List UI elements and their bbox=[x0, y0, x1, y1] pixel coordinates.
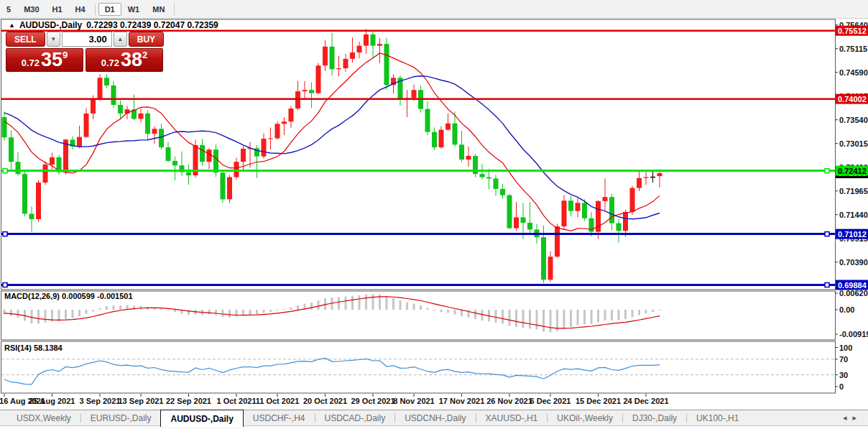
rsi-axis-label: 30 bbox=[839, 371, 848, 379]
tab-scroll-arrows: ◂▸ bbox=[843, 413, 862, 423]
price-badge-0.69884: 0.69884 bbox=[836, 280, 868, 290]
chart-title: ▲ AUDUSD-,Daily 0.72293 0.72439 0.72047 … bbox=[9, 20, 218, 30]
date-tick-label: 1 Oct 2021 bbox=[216, 397, 256, 405]
sell-button[interactable]: SELL bbox=[6, 32, 45, 47]
chart-tab-ukoilweekly[interactable]: UKOil-,Weekly bbox=[548, 412, 622, 425]
price-tick-label: 0.73015 bbox=[839, 139, 868, 148]
buy-price-pipette: 2 bbox=[142, 50, 147, 60]
buy-button[interactable]: BUY bbox=[129, 32, 164, 47]
timeframe-h1[interactable]: H1 bbox=[46, 3, 69, 16]
mt4-window: { "toolbar": { "timeframes": [ {"label":… bbox=[0, 0, 868, 429]
chart-tab-xauusdh1[interactable]: XAUUSD-,H1 bbox=[476, 412, 548, 425]
macd-axis-label: 0.00 bbox=[839, 305, 854, 314]
svg-text:0.74002: 0.74002 bbox=[838, 95, 867, 103]
date-tick-label: 8 Nov 2021 bbox=[393, 397, 434, 405]
svg-text:0.72412: 0.72412 bbox=[838, 167, 867, 175]
price-badge-0.71012: 0.71012 bbox=[836, 229, 868, 239]
price-tick-label: 0.71965 bbox=[839, 187, 868, 195]
price-tick-label: 0.71440 bbox=[839, 211, 868, 219]
price-tick-label: 0.75115 bbox=[839, 45, 867, 53]
chart-canvas[interactable]: 0.756400.751150.745900.740650.735400.730… bbox=[0, 18, 868, 410]
toolbar-separator bbox=[95, 4, 96, 15]
buy-price-panel[interactable]: 0.72 38 2 bbox=[86, 48, 163, 72]
date-tick-label: 26 Nov 2021 bbox=[486, 397, 532, 405]
svg-text:0.71012: 0.71012 bbox=[838, 230, 867, 239]
date-tick-label: 15 Dec 2021 bbox=[576, 397, 621, 405]
svg-text:0.69884: 0.69884 bbox=[838, 281, 867, 290]
price-tick-label: 0.70390 bbox=[839, 258, 868, 267]
timeframe-toolbar: 5M30H1H4D1W1MN bbox=[0, 0, 868, 19]
volume-input[interactable] bbox=[62, 32, 112, 47]
line-handle[interactable] bbox=[825, 232, 829, 236]
one-click-trading-panel: SELL ▼ ▲ BUY 0.72 35 9 0.72 38 2 bbox=[6, 32, 164, 72]
date-tick-label: 6 Dec 2021 bbox=[530, 397, 571, 405]
tab-scroll-left-icon[interactable]: ◂ bbox=[843, 413, 853, 422]
line-handle[interactable] bbox=[825, 169, 829, 173]
price-badge-0.74002: 0.74002 bbox=[836, 94, 868, 104]
chart-tab-usdchfh4[interactable]: USDCHF-,H4 bbox=[244, 412, 315, 425]
timeframe-d1[interactable]: D1 bbox=[98, 3, 121, 16]
volume-increase-button[interactable]: ▲ bbox=[114, 32, 127, 47]
rsi-indicator-label: RSI(14) 58.1384 bbox=[4, 343, 63, 352]
line-handle[interactable] bbox=[3, 232, 7, 236]
sell-price-pipette: 9 bbox=[63, 50, 68, 60]
rsi-value: 58.1384 bbox=[34, 343, 63, 352]
chart-tab-usdcaddaily[interactable]: USDCAD-,Daily bbox=[315, 412, 395, 425]
macd-indicator-label: MACD(12,26,9) 0.000599 -0.001501 bbox=[4, 292, 133, 300]
macd-main-value: 0.000599 bbox=[62, 292, 95, 300]
sell-price-big: 35 bbox=[41, 50, 63, 70]
price-badge-0.72412: 0.72412 bbox=[836, 166, 868, 176]
chart-tab-audusddaily[interactable]: AUDUSD-,Daily bbox=[160, 410, 243, 427]
line-handle[interactable] bbox=[825, 283, 829, 287]
rsi-pane-frame bbox=[1, 341, 836, 393]
toolbar-separator bbox=[174, 4, 175, 15]
tab-bar-strip bbox=[0, 425, 868, 429]
chart-workspace: 0.756400.751150.745900.740650.735400.730… bbox=[0, 18, 868, 410]
date-tick-label: 25 Aug 2021 bbox=[29, 397, 75, 405]
date-tick-label: 20 Oct 2021 bbox=[303, 397, 347, 405]
chart-tab-uk100h1[interactable]: UK100-,H1 bbox=[687, 412, 748, 425]
timeframe-mn[interactable]: MN bbox=[146, 3, 171, 16]
chart-tab-bar: USDX,WeeklyEURUSD-,DailyAUDUSD-,DailyUSD… bbox=[0, 410, 868, 429]
volume-decrease-button[interactable]: ▼ bbox=[47, 32, 60, 47]
macd-signal-value: -0.001501 bbox=[97, 292, 133, 300]
price-badge-0.75512: 0.75512 bbox=[836, 26, 868, 36]
date-tick-label: 11 Oct 2021 bbox=[256, 397, 300, 405]
macd-axis-label: 0.006201 bbox=[839, 289, 868, 297]
chart-tab-usdxweekly[interactable]: USDX,Weekly bbox=[7, 412, 80, 425]
date-tick-label: 22 Sep 2021 bbox=[166, 397, 211, 405]
date-tick-label: 3 Sep 2021 bbox=[80, 397, 121, 405]
collapse-oneclick-icon[interactable]: ▲ bbox=[9, 22, 15, 29]
date-tick-label: 24 Dec 2021 bbox=[624, 397, 669, 405]
rsi-axis-label: 0 bbox=[839, 382, 844, 391]
price-tick-label: 0.73540 bbox=[839, 116, 868, 124]
date-tick-label: 13 Sep 2021 bbox=[119, 397, 164, 405]
line-handle[interactable] bbox=[3, 283, 7, 287]
timeframe-h4[interactable]: H4 bbox=[69, 3, 92, 16]
sell-price-prefix: 0.72 bbox=[22, 57, 40, 68]
chart-ohlc-values: 0.72293 0.72439 0.72047 0.72359 bbox=[86, 20, 218, 30]
chart-tab-dj30daily[interactable]: DJ30-,Daily bbox=[623, 412, 686, 425]
date-tick-label: 17 Nov 2021 bbox=[439, 397, 485, 405]
timeframe-m30[interactable]: M30 bbox=[17, 3, 45, 16]
svg-text:0.75512: 0.75512 bbox=[838, 27, 867, 35]
macd-axis-label: -0.009197 bbox=[839, 330, 868, 338]
rsi-axis-label: 100 bbox=[839, 343, 852, 352]
price-tick-label: 0.74590 bbox=[839, 68, 868, 77]
chart-tab-eurusddaily[interactable]: EURUSD-,Daily bbox=[81, 412, 161, 425]
rsi-axis-label: 70 bbox=[839, 355, 848, 364]
date-tick-label: 29 Oct 2021 bbox=[351, 397, 394, 405]
sell-price-panel[interactable]: 0.72 35 9 bbox=[6, 48, 83, 72]
buy-price-big: 38 bbox=[121, 50, 142, 70]
chart-symbol-label: AUDUSD-,Daily bbox=[19, 20, 82, 30]
chart-tab-usdcnhdaily[interactable]: USDCNH-,Daily bbox=[395, 412, 475, 425]
timeframe-w1[interactable]: W1 bbox=[121, 3, 147, 16]
tab-scroll-right-icon[interactable]: ▸ bbox=[852, 413, 862, 422]
timeframe-5[interactable]: 5 bbox=[0, 3, 17, 16]
line-handle[interactable] bbox=[3, 169, 7, 173]
buy-price-prefix: 0.72 bbox=[101, 57, 119, 68]
